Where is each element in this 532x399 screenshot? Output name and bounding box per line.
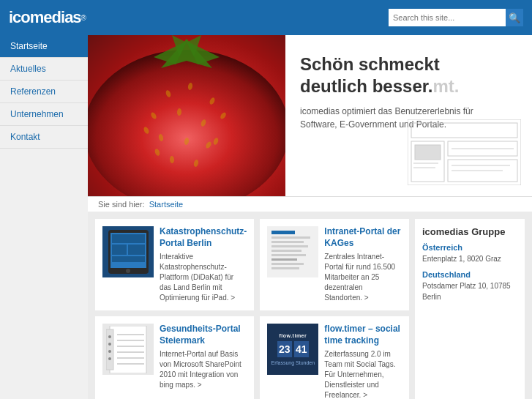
svg-rect-29 <box>415 145 441 160</box>
sidebar: Startseite Aktuelles Referenzen Unterneh… <box>0 35 88 399</box>
search-button[interactable]: 🔍 <box>506 9 523 26</box>
sidebar-info: icomedias Gruppe Österreich Entenplatz 1… <box>415 219 525 399</box>
hero-text-area: Schön schmeckt deutlich besser.mt. icome… <box>285 35 532 196</box>
content: Schön schmeckt deutlich besser.mt. icome… <box>88 35 532 399</box>
svg-point-50 <box>108 357 111 360</box>
card-berlin: Katastrophenschutz-Portal Berlin Interak… <box>95 219 254 310</box>
strawberry-texture <box>88 35 285 196</box>
card-steiermark-thumb <box>102 324 154 375</box>
sidebar-info-title: icomedias Gruppe <box>422 226 517 237</box>
svg-rect-37 <box>112 256 145 262</box>
card-steiermark-content: Gesundheits-Portal Steiermark Internet-P… <box>160 324 247 390</box>
nav-item-startseite[interactable]: Startseite <box>0 35 88 58</box>
hero-wireframe <box>408 119 521 185</box>
cards-grid: Katastrophenschutz-Portal Berlin Interak… <box>95 219 409 399</box>
svg-point-49 <box>108 350 111 353</box>
breadcrumb: Sie sind hier: Startseite <box>88 196 532 212</box>
svg-rect-35 <box>112 245 127 255</box>
nav-item-unternehmen[interactable]: Unternehmen <box>0 103 88 126</box>
card-steiermark-text: Internet-Portal auf Basis von Microsoft … <box>160 349 247 390</box>
card-steiermark: Gesundheits-Portal Steiermark Internet-P… <box>95 316 254 399</box>
hero-banner: Schön schmeckt deutlich besser.mt. icome… <box>88 35 532 196</box>
svg-point-48 <box>108 343 111 346</box>
card-intranet-content: Intranet-Portal der KAGes Zentrales Intr… <box>324 226 402 303</box>
nav-item-referenzen[interactable]: Referenzen <box>0 81 88 103</box>
wireframe-sketch <box>408 119 521 185</box>
flowtimer-numbers: 23 41 <box>277 341 309 357</box>
hero-title: Schön schmeckt deutlich besser.mt. <box>300 53 517 97</box>
flowtimer-logo-text: flow.timer <box>279 333 307 338</box>
svg-point-47 <box>108 335 111 338</box>
card-intranet: Intranet-Portal der KAGes Zentrales Intr… <box>260 219 409 310</box>
card-flowtimer-thumb: flow.timer 23 41 Erfassung Stunden <box>267 324 318 375</box>
card-berlin-title[interactable]: Katastrophenschutz-Portal Berlin <box>160 226 247 249</box>
card-berlin-content: Katastrophenschutz-Portal Berlin Interak… <box>160 226 247 303</box>
card-steiermark-title[interactable]: Gesundheits-Portal Steiermark <box>160 324 247 346</box>
card-flowtimer-text: Zeiterfassung 2.0 im Team mit Social Tag… <box>324 349 402 399</box>
card-flowtimer-title[interactable]: flow.timer – social time tracking <box>324 324 402 346</box>
card-berlin-text: Interaktive Katastrophenschutz-Plattform… <box>160 252 247 303</box>
notebook-svg <box>106 326 150 373</box>
sidebar-address-germany: Potsdamer Platz 10, 10785 Berlin <box>422 280 517 302</box>
logo-text: icomedias <box>9 8 81 27</box>
sidebar-country-austria[interactable]: Österreich <box>422 243 517 252</box>
svg-rect-22 <box>411 123 517 138</box>
svg-rect-36 <box>128 245 145 255</box>
sidebar-country-germany[interactable]: Deutschland <box>422 270 517 279</box>
breadcrumb-link[interactable]: Startseite <box>149 200 183 209</box>
card-flowtimer: flow.timer 23 41 Erfassung Stunden flow.… <box>260 316 409 399</box>
nav-item-aktuelles[interactable]: Aktuelles <box>0 58 88 81</box>
card-intranet-text: Zentrales Intranet-Portal für rund 16.50… <box>324 252 402 303</box>
card-intranet-thumb <box>267 226 318 277</box>
nav-item-kontakt[interactable]: Kontakt <box>0 126 88 149</box>
main-layout: Startseite Aktuelles Referenzen Unterneh… <box>0 35 532 399</box>
hero-image <box>88 35 285 196</box>
sidebar-address-austria: Entenplatz 1, 8020 Graz <box>422 253 517 264</box>
search-input[interactable] <box>389 9 506 26</box>
logo-reg: ® <box>81 14 86 22</box>
logo-area: icomedias® <box>9 8 86 27</box>
svg-rect-34 <box>112 234 145 243</box>
svg-point-0 <box>88 50 285 196</box>
card-flowtimer-content: flow.timer – social time tracking Zeiter… <box>324 324 402 399</box>
svg-point-38 <box>126 269 130 273</box>
tablet-mockup-svg <box>105 228 152 276</box>
card-intranet-title[interactable]: Intranet-Portal der KAGes <box>324 226 402 249</box>
cards-section: Katastrophenschutz-Portal Berlin Interak… <box>88 212 532 399</box>
svg-rect-39 <box>110 326 146 373</box>
header: icomedias® 🔍 <box>0 0 532 35</box>
card-berlin-thumb <box>102 226 154 277</box>
search-box: 🔍 <box>389 9 523 26</box>
